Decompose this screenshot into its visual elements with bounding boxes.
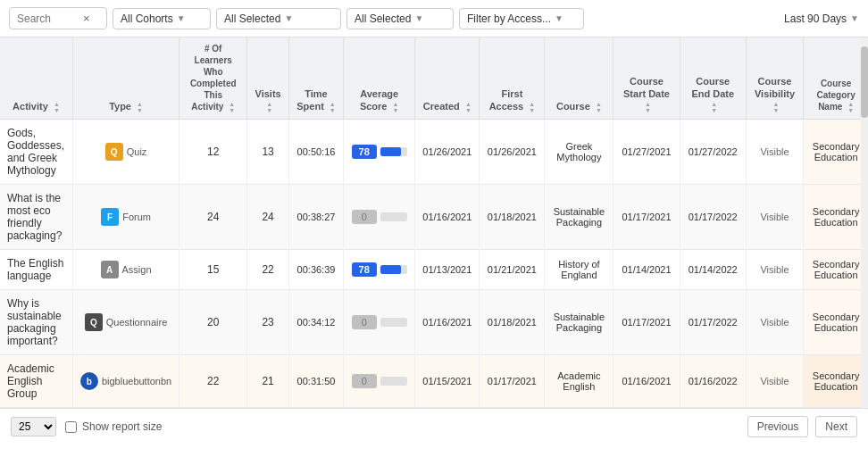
header-avg-score[interactable]: Average Score ▲▼ xyxy=(344,37,415,120)
cell-category: Secondary Education xyxy=(804,185,868,250)
cell-course: Sustainable Packaging xyxy=(545,290,613,355)
header-course[interactable]: Course ▲▼ xyxy=(545,37,613,120)
cell-course-end: 01/17/2022 xyxy=(680,185,746,250)
cell-visits: 24 xyxy=(247,185,289,250)
cell-learners: 24 xyxy=(179,185,247,250)
score-bar xyxy=(380,147,407,156)
header-visibility[interactable]: Course Visibility ▲▼ xyxy=(746,37,803,120)
previous-button[interactable]: Previous xyxy=(747,416,809,437)
allsel1-caret: ▼ xyxy=(284,13,293,23)
score-badge: 0 xyxy=(352,210,377,224)
cell-visits: 21 xyxy=(247,355,289,408)
allsel1-dropdown[interactable]: All Selected ▼ xyxy=(216,8,341,29)
cell-course-end: 01/14/2022 xyxy=(680,250,746,290)
date-range-caret: ▼ xyxy=(850,13,859,23)
cell-time-spent: 00:34:12 xyxy=(288,290,343,355)
cell-course: Academic English xyxy=(545,355,613,408)
header-created[interactable]: Created ▲▼ xyxy=(415,37,480,120)
cell-course-end: 01/27/2022 xyxy=(680,120,746,185)
score-bar xyxy=(380,265,407,274)
cell-time-spent: 00:50:16 xyxy=(288,120,343,185)
clear-icon[interactable]: × xyxy=(83,12,90,25)
cell-first-access: 01/17/2021 xyxy=(480,355,545,408)
cell-time-spent: 00:38:27 xyxy=(288,185,343,250)
cell-category: Secondary Education xyxy=(804,250,868,290)
cell-time-spent: 00:36:39 xyxy=(288,250,343,290)
cell-course-start: 01/14/2021 xyxy=(613,250,680,290)
allsel2-dropdown[interactable]: All Selected ▼ xyxy=(346,8,454,29)
cell-category: Secondary Education xyxy=(804,120,868,185)
scroll-thumb xyxy=(861,46,868,118)
header-activity[interactable]: Activity ▲▼ xyxy=(0,37,72,120)
footer: 25 50 100 Show report size Previous Next xyxy=(0,408,868,445)
cell-activity: Academic English Group xyxy=(0,355,72,408)
cell-first-access: 01/21/2021 xyxy=(480,250,545,290)
type-badge: Q xyxy=(85,313,103,331)
cell-course: History of England xyxy=(545,250,613,290)
show-report-toggle[interactable]: Show report size xyxy=(65,420,162,433)
cell-activity: Gods, Goddesses, and Greek Mythology xyxy=(0,120,72,185)
cell-visits: 22 xyxy=(247,250,289,290)
cell-course-end: 01/16/2022 xyxy=(680,355,746,408)
score-bar xyxy=(380,377,407,386)
date-range-label: Last 90 Days xyxy=(784,12,847,25)
search-box[interactable]: × xyxy=(9,7,107,29)
cell-course-end: 01/17/2022 xyxy=(680,290,746,355)
cell-learners: 22 xyxy=(179,355,247,408)
cell-learners: 20 xyxy=(179,290,247,355)
cell-activity: What is the most eco friendly packaging? xyxy=(0,185,72,250)
next-button[interactable]: Next xyxy=(815,416,857,437)
toolbar: × All Cohorts ▼ All Selected ▼ All Selec… xyxy=(0,0,868,37)
cell-visibility: Visible xyxy=(746,355,803,408)
score-badge: 78 xyxy=(352,145,377,159)
cell-created: 01/26/2021 xyxy=(415,120,480,185)
table-header-row: Activity ▲▼ Type ▲▼ # Of Learners Who Co… xyxy=(0,37,868,120)
date-range-selector[interactable]: Last 90 Days ▼ xyxy=(784,12,859,25)
type-label: Forum xyxy=(122,212,151,222)
header-course-start[interactable]: Course Start Date ▲▼ xyxy=(613,37,680,120)
table-row: Gods, Goddesses, and Greek Mythology Q Q… xyxy=(0,120,868,185)
table-row: Academic English Group b bigbluebuttonbn… xyxy=(0,355,868,408)
cell-first-access: 01/18/2021 xyxy=(480,290,545,355)
type-label: Assign xyxy=(122,264,152,275)
cell-category: Secondary Education xyxy=(804,290,868,355)
cell-visibility: Visible xyxy=(746,185,803,250)
filter-caret: ▼ xyxy=(555,13,563,23)
cell-avg-score: 78 xyxy=(344,120,415,185)
header-first-access[interactable]: First Access ▲▼ xyxy=(480,37,545,120)
header-course-end[interactable]: Course End Date ▲▼ xyxy=(680,37,746,120)
cell-learners: 15 xyxy=(179,250,247,290)
scroll-indicator[interactable] xyxy=(861,37,868,408)
show-report-checkbox[interactable] xyxy=(65,421,77,433)
header-learners[interactable]: # Of Learners Who Completed This Activit… xyxy=(179,37,247,120)
type-badge: b xyxy=(80,372,98,390)
search-input[interactable] xyxy=(17,12,79,25)
header-time-spent[interactable]: Time Spent ▲▼ xyxy=(288,37,343,120)
allsel1-label: All Selected xyxy=(224,12,280,25)
cell-course-start: 01/17/2021 xyxy=(613,185,680,250)
cell-avg-score: 0 xyxy=(344,290,415,355)
cell-course: Sustainable Packaging xyxy=(545,185,613,250)
type-badge: F xyxy=(101,208,119,226)
type-badge: Q xyxy=(105,143,123,161)
header-category[interactable]: Course Category Name ▲▼ xyxy=(804,37,868,120)
header-type[interactable]: Type ▲▼ xyxy=(72,37,179,120)
allsel2-caret: ▼ xyxy=(414,13,423,23)
cell-visibility: Visible xyxy=(746,250,803,290)
type-badge: A xyxy=(101,261,119,278)
filter-label: Filter by Access... xyxy=(467,12,551,25)
cell-course-start: 01/27/2021 xyxy=(613,120,680,185)
allsel2-label: All Selected xyxy=(355,12,411,25)
score-badge: 78 xyxy=(352,262,377,277)
cell-time-spent: 00:31:50 xyxy=(288,355,343,408)
header-visits[interactable]: Visits ▲▼ xyxy=(247,37,289,120)
score-badge: 0 xyxy=(352,315,377,329)
cell-visits: 23 xyxy=(247,290,289,355)
score-badge: 0 xyxy=(352,374,377,388)
cohorts-dropdown[interactable]: All Cohorts ▼ xyxy=(113,8,211,29)
score-bar xyxy=(380,318,407,327)
filter-dropdown[interactable]: Filter by Access... ▼ xyxy=(459,8,584,29)
cell-visibility: Visible xyxy=(746,290,803,355)
per-page-select[interactable]: 25 50 100 xyxy=(11,417,56,436)
per-page-selector[interactable]: 25 50 100 xyxy=(11,417,56,436)
